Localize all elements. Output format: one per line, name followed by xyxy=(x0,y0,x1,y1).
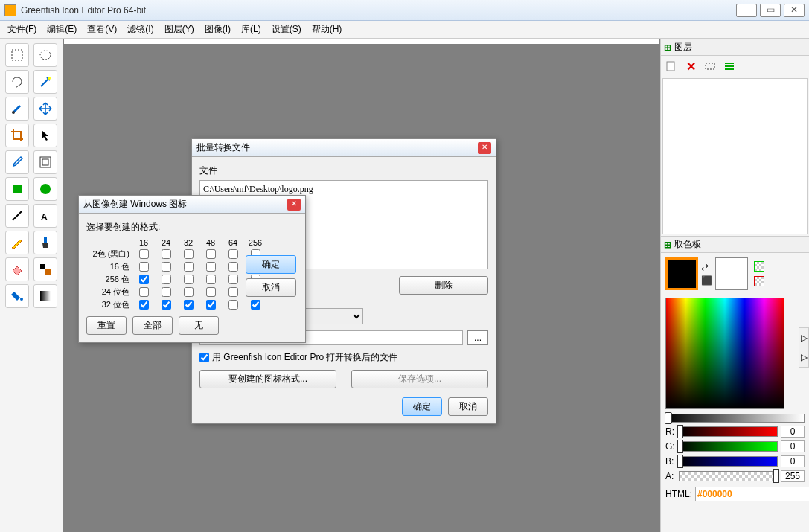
tool-ellipse-select[interactable] xyxy=(33,43,57,67)
menu-file[interactable]: 文件(F) xyxy=(3,22,41,37)
format-checkbox[interactable] xyxy=(139,249,149,259)
iconfmt-ok-button[interactable]: 确定 xyxy=(246,255,296,274)
format-checkbox[interactable] xyxy=(162,249,171,259)
tool-text[interactable]: A xyxy=(33,204,57,228)
format-checkbox[interactable] xyxy=(162,300,171,310)
format-checkbox[interactable] xyxy=(139,275,149,284)
browse-button[interactable]: ... xyxy=(467,330,488,345)
layers-panel-header[interactable]: ⊞图层 xyxy=(661,39,809,56)
transparent-swatch-2[interactable] xyxy=(754,276,764,286)
icon-formats-button[interactable]: 要创建的图标格式... xyxy=(199,370,336,388)
all-button[interactable]: 全部 xyxy=(132,316,173,335)
format-checkbox[interactable] xyxy=(184,300,194,310)
row-label: 24 位色 xyxy=(86,286,131,298)
menu-library[interactable]: 库(L) xyxy=(237,22,266,37)
iconfmt-close-button[interactable]: ✕ xyxy=(287,199,301,211)
iconfmt-cancel-button[interactable]: 取消 xyxy=(246,278,296,297)
default-colors-icon[interactable]: ⬛ xyxy=(701,275,712,286)
tool-move[interactable] xyxy=(33,97,57,121)
layer-props-button[interactable] xyxy=(703,59,717,74)
b-value[interactable]: 0 xyxy=(781,455,805,467)
close-button[interactable]: ✕ xyxy=(784,4,805,17)
format-checkbox[interactable] xyxy=(206,300,216,310)
format-checkbox[interactable] xyxy=(228,300,238,310)
format-checkbox[interactable] xyxy=(184,287,194,297)
transparent-swatch-1[interactable] xyxy=(754,261,764,272)
none-button[interactable]: 无 xyxy=(179,316,219,335)
tool-eyedropper[interactable] xyxy=(5,150,29,174)
format-checkbox[interactable] xyxy=(228,249,238,259)
layers-list[interactable] xyxy=(662,78,808,234)
open-after-checkbox[interactable] xyxy=(199,353,209,362)
menu-image[interactable]: 图像(I) xyxy=(200,22,235,37)
value-slider[interactable] xyxy=(665,414,805,423)
tool-eraser[interactable] xyxy=(5,257,29,281)
format-checkbox[interactable] xyxy=(206,275,216,284)
g-slider[interactable] xyxy=(679,441,778,452)
color-field[interactable] xyxy=(665,298,784,409)
tool-ellipse-fill[interactable] xyxy=(33,177,57,201)
g-value[interactable]: 0 xyxy=(781,440,805,452)
format-checkbox[interactable] xyxy=(206,287,216,297)
format-checkbox[interactable] xyxy=(206,262,216,272)
tool-pencil[interactable] xyxy=(5,231,29,254)
maximize-button[interactable]: ▭ xyxy=(760,4,781,17)
format-checkbox[interactable] xyxy=(184,262,194,272)
foreground-color-swatch[interactable] xyxy=(665,257,698,290)
b-slider[interactable] xyxy=(679,456,778,467)
svg-text:A: A xyxy=(41,212,48,222)
format-checkbox[interactable] xyxy=(162,287,171,297)
r-slider[interactable] xyxy=(679,426,778,437)
minimize-button[interactable]: — xyxy=(736,4,757,17)
format-checkbox[interactable] xyxy=(228,275,238,284)
format-checkbox[interactable] xyxy=(162,262,171,272)
format-checkbox[interactable] xyxy=(228,287,238,297)
tool-wand[interactable] xyxy=(33,70,57,94)
format-checkbox[interactable] xyxy=(251,300,260,310)
menu-view[interactable]: 查看(V) xyxy=(83,22,121,37)
tool-rect-fill[interactable] xyxy=(5,177,29,201)
tool-frame[interactable] xyxy=(33,150,57,174)
a-value[interactable]: 255 xyxy=(781,470,805,482)
tool-replace-color[interactable] xyxy=(33,257,57,281)
tool-line[interactable] xyxy=(5,204,29,228)
merge-layers-button[interactable] xyxy=(722,59,737,74)
menu-help[interactable]: 帮助(H) xyxy=(307,22,347,37)
delete-file-button[interactable]: 删除 xyxy=(399,276,488,295)
new-layer-button[interactable] xyxy=(664,59,679,74)
format-checkbox[interactable] xyxy=(139,262,149,272)
tool-brush[interactable] xyxy=(5,97,29,121)
a-slider[interactable] xyxy=(679,471,778,481)
swap-colors-icon[interactable]: ⇄ xyxy=(701,262,712,272)
batch-close-button[interactable]: ✕ xyxy=(478,142,491,154)
format-checkbox[interactable] xyxy=(184,275,194,284)
format-checkbox[interactable] xyxy=(139,287,149,297)
html-color-input[interactable] xyxy=(695,487,809,501)
menu-settings[interactable]: 设置(S) xyxy=(267,22,306,37)
panel-collapse-arrows[interactable]: ▷▷ xyxy=(799,327,809,368)
batch-cancel-button[interactable]: 取消 xyxy=(448,397,488,416)
tool-gradient[interactable] xyxy=(33,284,57,308)
save-options-button[interactable]: 保存选项... xyxy=(351,370,488,388)
format-checkbox[interactable] xyxy=(206,249,216,259)
colorpicker-panel-header[interactable]: ⊞取色板 xyxy=(661,236,809,253)
reset-button[interactable]: 重置 xyxy=(86,316,127,335)
r-value[interactable]: 0 xyxy=(781,426,805,438)
format-checkbox[interactable] xyxy=(228,262,238,272)
tool-paintbrush[interactable] xyxy=(33,231,57,254)
tool-rect-select[interactable] xyxy=(5,43,29,67)
format-checkbox[interactable] xyxy=(184,249,194,259)
iconfmt-dialog-title: 从图像创建 Windows 图标 xyxy=(83,198,287,211)
format-checkbox[interactable] xyxy=(139,300,149,310)
menu-layer[interactable]: 图层(Y) xyxy=(160,22,199,37)
background-color-swatch[interactable] xyxy=(715,257,748,290)
tool-bucket[interactable] xyxy=(5,284,29,308)
tool-crop[interactable] xyxy=(5,124,29,147)
format-checkbox[interactable] xyxy=(162,275,171,284)
menu-edit[interactable]: 编辑(E) xyxy=(42,22,81,37)
tool-pointer[interactable] xyxy=(33,124,57,147)
delete-layer-button[interactable]: ✕ xyxy=(683,59,698,74)
tool-lasso[interactable] xyxy=(5,70,29,94)
batch-ok-button[interactable]: 确定 xyxy=(402,397,442,416)
menu-filter[interactable]: 滤镜(I) xyxy=(123,22,158,37)
